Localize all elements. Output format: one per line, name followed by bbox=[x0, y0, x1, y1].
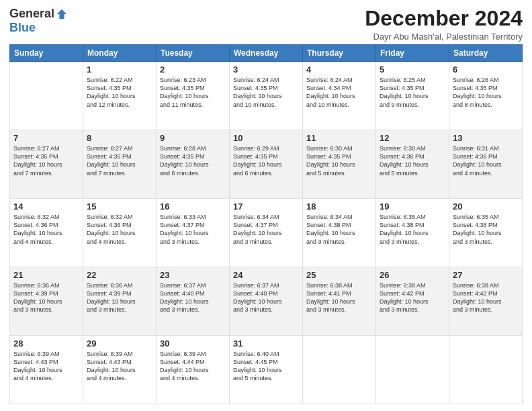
day-number: 16 bbox=[160, 201, 226, 212]
day-number: 14 bbox=[13, 201, 79, 212]
day-info: Sunrise: 6:37 AM Sunset: 4:40 PM Dayligh… bbox=[160, 281, 226, 314]
table-row: 5Sunrise: 6:25 AM Sunset: 4:35 PM Daylig… bbox=[376, 62, 449, 130]
day-number: 13 bbox=[453, 133, 519, 143]
table-row: 3Sunrise: 6:24 AM Sunset: 4:35 PM Daylig… bbox=[230, 62, 303, 130]
table-row: 24Sunrise: 6:37 AM Sunset: 4:40 PM Dayli… bbox=[230, 267, 303, 336]
main-title: December 2024 bbox=[365, 7, 523, 30]
day-number: 19 bbox=[380, 201, 445, 212]
table-row bbox=[303, 336, 376, 404]
table-row: 6Sunrise: 6:26 AM Sunset: 4:35 PM Daylig… bbox=[449, 62, 523, 130]
day-number: 2 bbox=[160, 64, 226, 75]
table-row: 9Sunrise: 6:28 AM Sunset: 4:35 PM Daylig… bbox=[157, 130, 230, 199]
logo-icon bbox=[56, 8, 68, 20]
table-row: 30Sunrise: 6:39 AM Sunset: 4:44 PM Dayli… bbox=[157, 336, 230, 404]
day-number: 7 bbox=[13, 133, 79, 143]
day-number: 30 bbox=[160, 338, 226, 349]
day-info: Sunrise: 6:40 AM Sunset: 4:45 PM Dayligh… bbox=[233, 350, 299, 383]
calendar-week-row: 7Sunrise: 6:27 AM Sunset: 4:35 PM Daylig… bbox=[10, 130, 523, 199]
day-info: Sunrise: 6:37 AM Sunset: 4:40 PM Dayligh… bbox=[233, 281, 299, 314]
header-sunday: Sunday bbox=[10, 45, 83, 62]
day-info: Sunrise: 6:38 AM Sunset: 4:42 PM Dayligh… bbox=[380, 281, 445, 314]
day-info: Sunrise: 6:32 AM Sunset: 4:36 PM Dayligh… bbox=[87, 213, 152, 246]
page: General Blue December 2024 Dayr Abu Mash… bbox=[0, 0, 532, 411]
calendar-week-row: 28Sunrise: 6:39 AM Sunset: 4:43 PM Dayli… bbox=[10, 336, 523, 404]
day-info: Sunrise: 6:31 AM Sunset: 4:36 PM Dayligh… bbox=[453, 144, 519, 177]
header-saturday: Saturday bbox=[449, 45, 523, 62]
day-number: 21 bbox=[13, 270, 79, 280]
header-thursday: Thursday bbox=[303, 45, 376, 62]
header: General Blue December 2024 Dayr Abu Mash… bbox=[9, 7, 523, 42]
table-row: 27Sunrise: 6:38 AM Sunset: 4:42 PM Dayli… bbox=[449, 267, 523, 336]
day-info: Sunrise: 6:36 AM Sunset: 4:39 PM Dayligh… bbox=[87, 281, 152, 314]
table-row: 18Sunrise: 6:34 AM Sunset: 4:38 PM Dayli… bbox=[303, 199, 376, 267]
day-number: 5 bbox=[380, 64, 445, 75]
table-row: 7Sunrise: 6:27 AM Sunset: 4:35 PM Daylig… bbox=[10, 130, 83, 199]
day-info: Sunrise: 6:32 AM Sunset: 4:36 PM Dayligh… bbox=[13, 213, 79, 246]
calendar-week-row: 21Sunrise: 6:36 AM Sunset: 4:39 PM Dayli… bbox=[10, 267, 523, 336]
table-row: 10Sunrise: 6:29 AM Sunset: 4:35 PM Dayli… bbox=[230, 130, 303, 199]
table-row: 4Sunrise: 6:24 AM Sunset: 4:34 PM Daylig… bbox=[303, 62, 376, 130]
table-row: 12Sunrise: 6:30 AM Sunset: 4:36 PM Dayli… bbox=[376, 130, 449, 199]
logo: General Blue bbox=[9, 7, 68, 35]
day-info: Sunrise: 6:35 AM Sunset: 4:38 PM Dayligh… bbox=[380, 213, 445, 246]
table-row: 21Sunrise: 6:36 AM Sunset: 4:39 PM Dayli… bbox=[10, 267, 83, 336]
calendar-table: Sunday Monday Tuesday Wednesday Thursday… bbox=[9, 44, 523, 404]
table-row: 16Sunrise: 6:33 AM Sunset: 4:37 PM Dayli… bbox=[157, 199, 230, 267]
calendar-header-row: Sunday Monday Tuesday Wednesday Thursday… bbox=[10, 45, 523, 62]
day-number: 9 bbox=[160, 133, 226, 143]
day-info: Sunrise: 6:27 AM Sunset: 4:35 PM Dayligh… bbox=[87, 144, 152, 177]
title-block: December 2024 Dayr Abu Mash'al, Palestin… bbox=[365, 7, 523, 42]
day-info: Sunrise: 6:39 AM Sunset: 4:43 PM Dayligh… bbox=[13, 350, 79, 383]
day-number: 17 bbox=[233, 201, 299, 212]
table-row: 2Sunrise: 6:23 AM Sunset: 4:35 PM Daylig… bbox=[157, 62, 230, 130]
day-number: 8 bbox=[87, 133, 152, 143]
day-info: Sunrise: 6:38 AM Sunset: 4:41 PM Dayligh… bbox=[306, 281, 372, 314]
day-info: Sunrise: 6:22 AM Sunset: 4:35 PM Dayligh… bbox=[87, 76, 152, 109]
table-row bbox=[449, 336, 523, 404]
table-row: 8Sunrise: 6:27 AM Sunset: 4:35 PM Daylig… bbox=[83, 130, 157, 199]
day-number: 23 bbox=[160, 270, 226, 280]
table-row bbox=[376, 336, 449, 404]
day-info: Sunrise: 6:25 AM Sunset: 4:35 PM Dayligh… bbox=[380, 76, 445, 109]
header-friday: Friday bbox=[376, 45, 449, 62]
table-row: 28Sunrise: 6:39 AM Sunset: 4:43 PM Dayli… bbox=[10, 336, 83, 404]
day-number: 27 bbox=[453, 270, 519, 280]
day-number: 25 bbox=[306, 270, 372, 280]
day-info: Sunrise: 6:36 AM Sunset: 4:39 PM Dayligh… bbox=[13, 281, 79, 314]
header-monday: Monday bbox=[83, 45, 157, 62]
day-number: 1 bbox=[87, 64, 152, 75]
day-info: Sunrise: 6:39 AM Sunset: 4:44 PM Dayligh… bbox=[160, 350, 226, 383]
table-row bbox=[10, 62, 83, 130]
day-info: Sunrise: 6:28 AM Sunset: 4:35 PM Dayligh… bbox=[160, 144, 226, 177]
day-number: 24 bbox=[233, 270, 299, 280]
day-number: 22 bbox=[87, 270, 152, 280]
day-info: Sunrise: 6:35 AM Sunset: 4:38 PM Dayligh… bbox=[453, 213, 519, 246]
day-number: 20 bbox=[453, 201, 519, 212]
day-info: Sunrise: 6:39 AM Sunset: 4:43 PM Dayligh… bbox=[87, 350, 152, 383]
calendar-week-row: 14Sunrise: 6:32 AM Sunset: 4:36 PM Dayli… bbox=[10, 199, 523, 267]
header-wednesday: Wednesday bbox=[230, 45, 303, 62]
table-row: 17Sunrise: 6:34 AM Sunset: 4:37 PM Dayli… bbox=[230, 199, 303, 267]
table-row: 13Sunrise: 6:31 AM Sunset: 4:36 PM Dayli… bbox=[449, 130, 523, 199]
table-row: 26Sunrise: 6:38 AM Sunset: 4:42 PM Dayli… bbox=[376, 267, 449, 336]
day-info: Sunrise: 6:24 AM Sunset: 4:35 PM Dayligh… bbox=[233, 76, 299, 109]
calendar-week-row: 1Sunrise: 6:22 AM Sunset: 4:35 PM Daylig… bbox=[10, 62, 523, 130]
table-row: 19Sunrise: 6:35 AM Sunset: 4:38 PM Dayli… bbox=[376, 199, 449, 267]
day-number: 28 bbox=[13, 338, 79, 349]
day-number: 11 bbox=[306, 133, 372, 143]
table-row: 1Sunrise: 6:22 AM Sunset: 4:35 PM Daylig… bbox=[83, 62, 157, 130]
day-number: 4 bbox=[306, 64, 372, 75]
svg-marker-0 bbox=[57, 9, 66, 18]
day-number: 6 bbox=[453, 64, 519, 75]
day-info: Sunrise: 6:30 AM Sunset: 4:36 PM Dayligh… bbox=[380, 144, 445, 177]
day-info: Sunrise: 6:38 AM Sunset: 4:42 PM Dayligh… bbox=[453, 281, 519, 314]
table-row: 11Sunrise: 6:30 AM Sunset: 4:35 PM Dayli… bbox=[303, 130, 376, 199]
day-info: Sunrise: 6:26 AM Sunset: 4:35 PM Dayligh… bbox=[453, 76, 519, 109]
day-number: 26 bbox=[380, 270, 445, 280]
table-row: 29Sunrise: 6:39 AM Sunset: 4:43 PM Dayli… bbox=[83, 336, 157, 404]
day-info: Sunrise: 6:30 AM Sunset: 4:35 PM Dayligh… bbox=[306, 144, 372, 177]
day-info: Sunrise: 6:27 AM Sunset: 4:35 PM Dayligh… bbox=[13, 144, 79, 177]
table-row: 25Sunrise: 6:38 AM Sunset: 4:41 PM Dayli… bbox=[303, 267, 376, 336]
table-row: 22Sunrise: 6:36 AM Sunset: 4:39 PM Dayli… bbox=[83, 267, 157, 336]
table-row: 31Sunrise: 6:40 AM Sunset: 4:45 PM Dayli… bbox=[230, 336, 303, 404]
